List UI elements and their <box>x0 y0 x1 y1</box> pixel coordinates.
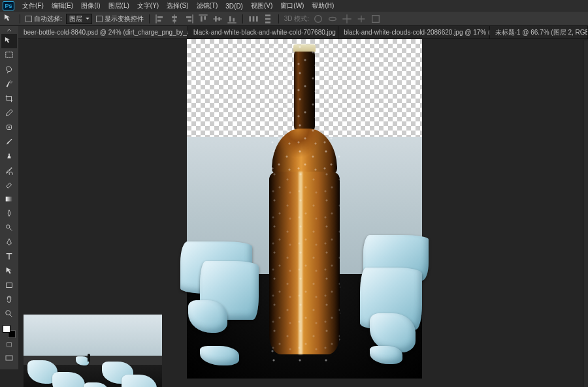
tab-label: black-and-white-clouds-cold-2086620.jpg … <box>344 28 489 37</box>
dodge-tool[interactable] <box>1 221 17 235</box>
quick-mask-toggle[interactable] <box>2 342 16 351</box>
menu-window[interactable]: 窗口(W) <box>276 0 308 12</box>
rectangle-tool[interactable] <box>1 278 17 292</box>
svg-point-24 <box>315 15 322 22</box>
svg-rect-9 <box>199 14 207 15</box>
menu-type[interactable]: 文字(Y) <box>133 0 163 12</box>
auto-select-mode-select[interactable]: 图层 <box>66 14 92 24</box>
options-bar: 自动选择: 图层 显示变换控件 3D 模式: <box>0 12 588 26</box>
svg-rect-19 <box>252 16 254 22</box>
svg-rect-23 <box>265 22 270 23</box>
svg-rect-2 <box>157 20 161 22</box>
document-tab-1[interactable]: black-and-white-black-and-white-cold-707… <box>188 26 338 39</box>
menu-3d[interactable]: 3D(D) <box>221 1 247 11</box>
move-tool-icon <box>4 14 14 24</box>
screen-mode-toggle[interactable] <box>2 355 16 364</box>
svg-rect-4 <box>172 16 177 18</box>
svg-rect-7 <box>186 16 191 18</box>
work-area <box>18 39 588 387</box>
align-top-icon[interactable] <box>198 14 208 24</box>
distribute-h-icon[interactable] <box>248 14 259 24</box>
eraser-tool[interactable] <box>1 178 17 192</box>
pen-tool[interactable] <box>1 235 17 249</box>
app-logo: Ps <box>3 1 14 10</box>
align-bottom-icon[interactable] <box>227 14 237 24</box>
reference-image-panel[interactable] <box>24 315 162 387</box>
menu-view[interactable]: 视图(V) <box>247 0 276 12</box>
brush-tool[interactable] <box>1 134 17 149</box>
document-tab-2[interactable]: black-and-white-clouds-cold-2086620.jpg … <box>338 26 489 39</box>
svg-point-25 <box>329 17 336 20</box>
clone-stamp-tool[interactable] <box>1 149 17 163</box>
svg-rect-13 <box>215 16 217 22</box>
history-brush-tool[interactable] <box>1 163 17 178</box>
menu-file[interactable]: 文件(F) <box>18 0 48 12</box>
svg-rect-5 <box>172 20 176 22</box>
menu-edit[interactable]: 编辑(E) <box>48 0 77 12</box>
document-canvas[interactable] <box>187 39 422 379</box>
auto-select-label: 自动选择: <box>34 15 62 22</box>
svg-rect-17 <box>233 18 235 21</box>
show-transform-checkbox[interactable]: 显示变换控件 <box>96 14 144 23</box>
svg-rect-26 <box>372 15 380 22</box>
3d-scale-icon[interactable] <box>370 14 381 24</box>
align-left-icon[interactable] <box>155 14 165 24</box>
svg-rect-16 <box>229 16 231 22</box>
svg-rect-30 <box>6 197 13 202</box>
menu-select[interactable]: 选择(S) <box>163 0 192 12</box>
svg-rect-27 <box>6 52 13 58</box>
eyedropper-tool[interactable] <box>1 106 17 120</box>
3d-roll-icon[interactable] <box>327 14 338 24</box>
svg-rect-6 <box>192 14 193 23</box>
gradient-tool[interactable] <box>1 192 17 206</box>
document-tab-0[interactable]: beer-bottle-cold-8840.psd @ 24% (dirt_ch… <box>18 26 188 39</box>
svg-rect-34 <box>6 356 12 360</box>
3d-orbit-icon[interactable] <box>313 14 323 24</box>
svg-rect-22 <box>265 18 270 20</box>
menu-help[interactable]: 帮助(H) <box>308 0 338 12</box>
lasso-tool[interactable] <box>1 63 17 77</box>
zoom-tool[interactable] <box>1 307 17 321</box>
menu-filter[interactable]: 滤镜(T) <box>193 0 222 12</box>
svg-point-31 <box>7 225 10 228</box>
menu-layer[interactable]: 图层(L) <box>105 0 133 12</box>
rectangular-marquee-tool[interactable] <box>1 48 17 63</box>
show-transform-label: 显示变换控件 <box>105 15 144 22</box>
crop-tool[interactable] <box>1 91 17 106</box>
hand-tool[interactable] <box>1 292 17 307</box>
move-tool[interactable] <box>1 34 17 48</box>
document-tab-3[interactable]: 未标题-1 @ 66.7% (图层 2, RGB/8... × <box>490 26 588 39</box>
distribute-v-icon[interactable] <box>263 14 273 24</box>
svg-rect-12 <box>213 18 221 19</box>
mode3d-label: 3D 模式: <box>284 14 309 23</box>
svg-point-33 <box>6 311 10 315</box>
align-center-h-icon[interactable] <box>169 14 180 24</box>
svg-rect-14 <box>218 17 220 20</box>
blur-tool[interactable] <box>1 206 17 221</box>
3d-pan-icon[interactable] <box>342 14 352 24</box>
svg-rect-3 <box>174 14 174 23</box>
quick-selection-tool[interactable] <box>1 77 17 91</box>
svg-rect-20 <box>256 16 258 22</box>
spot-healing-tool[interactable] <box>1 120 17 134</box>
bottle-layer <box>269 44 340 364</box>
foreground-color-swatch[interactable] <box>3 325 10 333</box>
align-right-icon[interactable] <box>184 14 194 24</box>
path-selection-tool[interactable] <box>1 264 17 278</box>
tab-label: beer-bottle-cold-8840.psd @ 24% (dirt_ch… <box>24 28 188 37</box>
menu-bar: Ps 文件(F) 编辑(E) 图像(I) 图层(L) 文字(Y) 选择(S) 滤… <box>0 0 588 12</box>
svg-rect-10 <box>201 16 203 22</box>
svg-rect-11 <box>204 16 206 20</box>
menu-image[interactable]: 图像(I) <box>77 0 104 12</box>
auto-select-checkbox[interactable]: 自动选择: <box>25 14 62 23</box>
tab-label: 未标题-1 @ 66.7% (图层 2, RGB/8... <box>495 28 588 37</box>
svg-rect-15 <box>227 22 236 23</box>
svg-rect-1 <box>157 16 163 18</box>
svg-rect-21 <box>265 14 270 16</box>
type-tool[interactable] <box>1 249 17 264</box>
svg-rect-32 <box>7 283 12 288</box>
color-swatches[interactable] <box>3 325 16 338</box>
panel-dock[interactable] <box>583 40 588 387</box>
align-middle-icon[interactable] <box>212 14 223 24</box>
3d-slide-icon[interactable] <box>356 14 367 24</box>
